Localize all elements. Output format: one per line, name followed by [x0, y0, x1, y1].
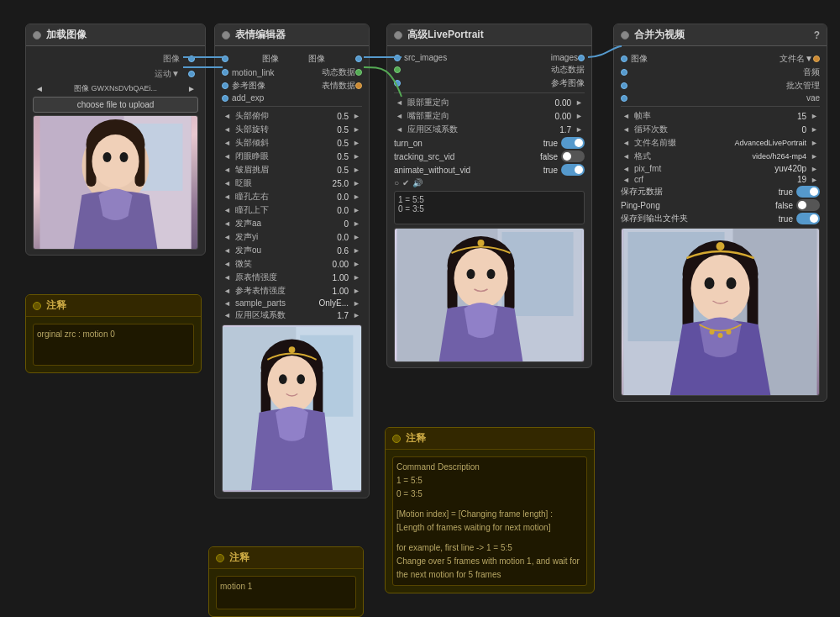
- adv-src-in-port[interactable]: [394, 55, 401, 61]
- slider-left-9[interactable]: ◄: [222, 233, 233, 241]
- merge-sl-right-3[interactable]: ►: [809, 152, 820, 161]
- slider-left-0[interactable]: ◄: [222, 112, 233, 120]
- adv-sl-right-0[interactable]: ►: [574, 98, 585, 107]
- slider-left-12[interactable]: ◄: [222, 273, 233, 282]
- svg-point-18: [297, 374, 305, 384]
- slider-right-7[interactable]: ►: [351, 206, 362, 214]
- slider-right-15[interactable]: ►: [351, 311, 362, 319]
- expr-image-out-port[interactable]: [355, 55, 362, 62]
- slider-right-14[interactable]: ►: [351, 299, 362, 308]
- motion-out-port[interactable]: [188, 71, 195, 77]
- expr-ref-in-port[interactable]: [222, 82, 228, 89]
- slider-right-4[interactable]: ►: [351, 166, 362, 174]
- note-2-text[interactable]: motion 1: [216, 576, 356, 609]
- expr-ref-out-port[interactable]: [355, 82, 362, 89]
- image-out-port[interactable]: [188, 55, 195, 62]
- slider-right-13[interactable]: ►: [351, 287, 362, 295]
- note-3: 注释 Command Description 1 = 5:5 0 = 3:5 […: [385, 427, 595, 593]
- slider-left-2[interactable]: ◄: [222, 139, 233, 147]
- adv-sl-right-1[interactable]: ►: [574, 112, 585, 120]
- slider-left-7[interactable]: ◄: [222, 206, 233, 214]
- merge-sl-right-0[interactable]: ►: [809, 112, 820, 120]
- slider-left-14[interactable]: ◄: [222, 299, 233, 308]
- merge-image-in-label: 图像: [631, 53, 780, 65]
- slider-right-9[interactable]: ►: [351, 233, 362, 241]
- slider-left-10[interactable]: ◄: [222, 246, 233, 255]
- adv-animate-row: animate_without_vid true: [394, 164, 585, 176]
- upload-button[interactable]: choose file to upload: [33, 97, 198, 113]
- merge-sl-right-2[interactable]: ►: [809, 139, 820, 147]
- slider-right-8[interactable]: ►: [351, 219, 362, 228]
- advanced-live-header: 高级LivePortrait: [387, 24, 591, 46]
- slider-left-1[interactable]: ◄: [222, 125, 233, 134]
- slider-left-6[interactable]: ◄: [222, 192, 233, 201]
- expr-addexp-port[interactable]: [222, 95, 228, 102]
- merge-sl-right-4[interactable]: ►: [809, 165, 820, 173]
- slider-right-1[interactable]: ►: [351, 125, 362, 134]
- slider-left-8[interactable]: ◄: [222, 219, 233, 228]
- merge-batch-port[interactable]: [621, 82, 627, 89]
- expr-motion-out-port[interactable]: [355, 69, 362, 76]
- merge-sl-left-1[interactable]: ◄: [621, 125, 632, 134]
- expr-motion-out-label: 动态数据: [322, 66, 355, 78]
- adv-text-area: 1 = 5:5 0 = 3:5: [394, 191, 585, 224]
- adv-sl-right-2[interactable]: ►: [574, 125, 585, 134]
- merge-sl-left-5[interactable]: ◄: [621, 176, 632, 184]
- merge-sl-left-2[interactable]: ◄: [621, 139, 632, 147]
- adv-tracking-toggle[interactable]: [561, 150, 585, 162]
- merge-sl-left-3[interactable]: ◄: [621, 152, 632, 161]
- slider-left-4[interactable]: ◄: [222, 166, 233, 174]
- image-nav-left[interactable]: ◄: [33, 84, 46, 93]
- slider-right-3[interactable]: ►: [351, 152, 362, 161]
- merge-help-btn[interactable]: ?: [814, 29, 820, 41]
- merge-sl-right-1[interactable]: ►: [809, 125, 820, 134]
- expr-image-in-label: 图像: [262, 53, 279, 65]
- merge-title: 合并为视频: [634, 28, 685, 42]
- merge-framerate: ◄ 帧率 15 ►: [621, 110, 820, 122]
- adv-turnon-toggle[interactable]: [561, 137, 585, 149]
- merge-pingpong-toggle[interactable]: [796, 199, 820, 211]
- slider-left-13[interactable]: ◄: [222, 287, 233, 295]
- slider-right-6[interactable]: ►: [351, 192, 362, 201]
- image-nav-right[interactable]: ►: [185, 84, 198, 93]
- adv-motion-in-port[interactable]: [394, 66, 401, 73]
- slider-left-3[interactable]: ◄: [222, 152, 233, 161]
- expr-motion-in-port[interactable]: [222, 69, 228, 76]
- slider-right-10[interactable]: ►: [351, 246, 362, 255]
- svg-point-38: [727, 277, 737, 289]
- merge-saveoutput-toggle[interactable]: [796, 213, 820, 224]
- slider-right-12[interactable]: ►: [351, 273, 362, 282]
- image-nav-text: 图像 GWXNsDVbQAEi...: [46, 83, 185, 94]
- slider-left-5[interactable]: ◄: [222, 179, 233, 187]
- note-1-text[interactable]: orginal zrc : motion 0: [33, 324, 194, 366]
- merge-image-row: 图像 文件名▼: [621, 53, 820, 65]
- merge-sl-left-0[interactable]: ◄: [621, 112, 632, 120]
- adv-animate-toggle[interactable]: [561, 164, 585, 176]
- slider-sample-parts: ◄ sample_parts OnlyE... ►: [222, 298, 362, 308]
- adv-sl-left-2[interactable]: ◄: [394, 125, 405, 134]
- adv-ref-in-port[interactable]: [394, 80, 401, 87]
- slider-right-0[interactable]: ►: [351, 112, 362, 120]
- slider-right-5[interactable]: ►: [351, 179, 362, 187]
- slider-pupil-ud: ◄ 瞳孔上下 0.0 ►: [222, 204, 362, 216]
- merge-filename-port[interactable]: [813, 55, 820, 62]
- adv-src-row: src_images images: [394, 53, 585, 62]
- slider-left-15[interactable]: ◄: [222, 311, 233, 319]
- slider-left-11[interactable]: ◄: [222, 260, 233, 268]
- merge-image-in-port[interactable]: [621, 55, 627, 62]
- merge-sl-right-5[interactable]: ►: [809, 176, 820, 184]
- merge-save-meta: 保存元数据 true: [621, 186, 820, 198]
- slider-ref-strength: ◄ 参考表情强度 1.00 ►: [222, 285, 362, 297]
- adv-sl-left-0[interactable]: ◄: [394, 98, 405, 107]
- note-3-text[interactable]: Command Description 1 = 5:5 0 = 3:5 [Mot…: [392, 456, 587, 586]
- merge-audio-port[interactable]: [621, 69, 627, 76]
- slider-right-2[interactable]: ►: [351, 139, 362, 147]
- expr-image-in-port[interactable]: [222, 55, 228, 62]
- adv-sl-left-1[interactable]: ◄: [394, 112, 405, 120]
- merge-sl-left-4[interactable]: ◄: [621, 165, 632, 173]
- svg-point-36: [691, 255, 750, 322]
- slider-right-11[interactable]: ►: [351, 260, 362, 268]
- adv-src-out-port[interactable]: [578, 55, 585, 61]
- merge-vae-port[interactable]: [621, 95, 627, 102]
- merge-savemeta-toggle[interactable]: [796, 186, 820, 198]
